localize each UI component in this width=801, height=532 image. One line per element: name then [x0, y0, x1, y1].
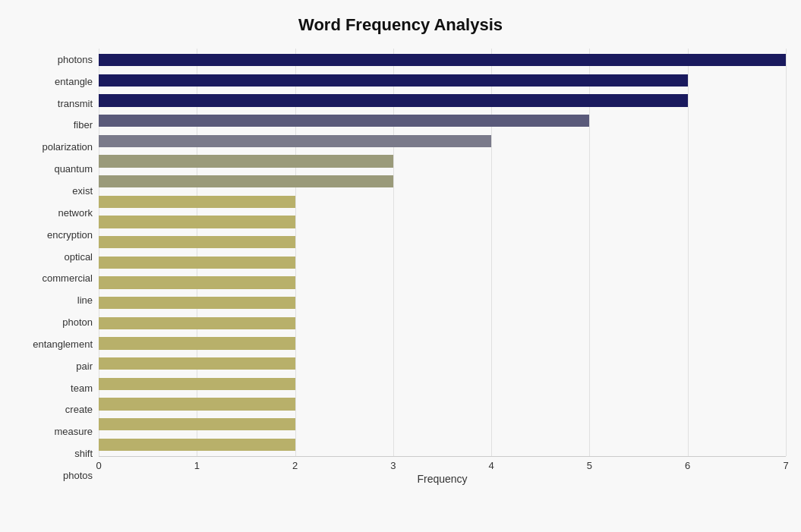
y-label: measure: [54, 427, 93, 436]
bar: [99, 317, 295, 329]
bar-row: [99, 293, 786, 313]
bar: [99, 135, 491, 147]
bar-row: [99, 313, 786, 334]
bar-row: [99, 394, 786, 414]
bar-row: [99, 151, 786, 172]
bar-row: [99, 253, 786, 273]
x-tick: 4: [489, 460, 494, 471]
bar: [99, 155, 393, 167]
bar-row: [99, 354, 786, 374]
bar: [99, 175, 393, 187]
bar-row: [99, 71, 786, 91]
bar-row: [99, 434, 786, 455]
y-label: optical: [64, 252, 93, 262]
y-axis: photonsentangletransmitfiberpolarization…: [15, 49, 99, 486]
y-label: photon: [62, 317, 93, 327]
bar: [99, 196, 295, 208]
bar: [99, 94, 688, 106]
bar: [99, 115, 589, 127]
bar-row: [99, 192, 786, 212]
x-tick: 1: [194, 460, 200, 471]
bar: [99, 216, 295, 228]
y-label: quantum: [54, 164, 93, 174]
y-label: commercial: [43, 273, 93, 283]
bars-section: [99, 49, 786, 456]
x-tick: 0: [96, 460, 101, 471]
y-label: photons: [58, 55, 93, 65]
bar-row: [99, 131, 786, 152]
y-label: team: [71, 383, 93, 393]
bar: [99, 378, 295, 390]
bar-row: [99, 272, 786, 293]
bar: [99, 276, 295, 288]
x-tick: 3: [390, 460, 396, 471]
bar: [99, 236, 295, 248]
bar-row: [99, 212, 786, 232]
x-axis-label: Frequency: [99, 473, 786, 485]
bar: [99, 297, 295, 309]
x-tick: 7: [783, 460, 788, 471]
x-tick: 5: [587, 460, 592, 471]
bar: [99, 337, 295, 349]
bar: [99, 357, 295, 370]
bar: [99, 439, 295, 451]
y-label: line: [77, 295, 93, 305]
bar: [99, 418, 295, 430]
x-tick: 6: [685, 460, 690, 471]
y-label: transmit: [58, 99, 93, 109]
bar-row: [99, 90, 786, 111]
y-label: fiber: [74, 120, 93, 130]
chart-container: Word Frequency Analysis photonsentanglet…: [0, 0, 801, 532]
y-label: create: [65, 405, 93, 414]
bars-and-xaxis: 01234567 Frequency: [99, 49, 786, 486]
bar-row: [99, 111, 786, 131]
y-label: shift: [74, 449, 93, 458]
y-label: exist: [72, 186, 93, 196]
bar-row: [99, 232, 786, 253]
bar: [99, 398, 295, 410]
y-label: encryption: [47, 230, 93, 240]
bar: [99, 257, 295, 269]
bar-row: [99, 333, 786, 354]
bar: [99, 74, 688, 87]
y-label: polarization: [43, 142, 93, 152]
bar-row: [99, 374, 786, 395]
bar-row: [99, 414, 786, 435]
bar-row: [99, 50, 786, 71]
y-label: entanglement: [33, 339, 93, 349]
chart-area: photonsentangletransmitfiberpolarization…: [15, 49, 786, 486]
y-label: entangle: [55, 77, 93, 87]
y-label: pair: [76, 361, 93, 371]
chart-title: Word Frequency Analysis: [298, 15, 503, 35]
y-label: photos: [63, 471, 93, 480]
bar: [99, 54, 786, 66]
x-tick: 2: [292, 460, 298, 471]
x-axis: 01234567 Frequency: [99, 456, 786, 486]
y-label: network: [58, 208, 93, 218]
bar-row: [99, 172, 786, 192]
